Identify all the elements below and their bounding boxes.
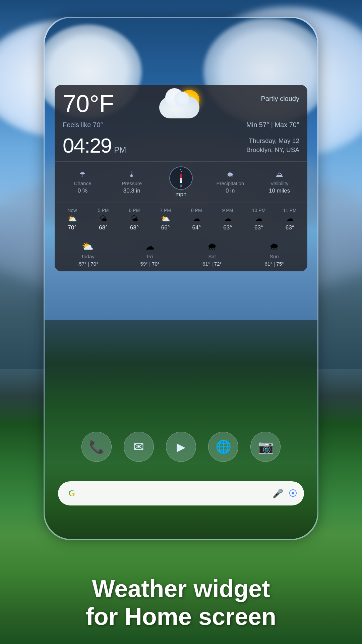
hour-weather-icon: ☁: [193, 214, 200, 223]
app-dock: 📞 ✉ ▶ 🌐 📷: [45, 432, 317, 462]
stat-chance: ☂ Chance 0 %: [58, 170, 107, 194]
hour-temp: 68°: [130, 224, 139, 231]
daily-item: ☁ Fri 59° | 70°: [122, 241, 178, 267]
hour-label: 10 PM: [252, 208, 265, 213]
microphone-icon[interactable]: 🎤: [273, 488, 283, 499]
day-temps: 61° | 72°: [202, 261, 222, 267]
feels-like-label: Feels like 70°: [63, 121, 103, 129]
pressure-icon: 🌡: [128, 170, 135, 179]
compass: N S 8: [169, 166, 193, 190]
hour-temp: 63°: [286, 224, 294, 231]
visibility-icon: ⛰: [276, 170, 283, 179]
day-label: Sat: [208, 254, 216, 259]
stat-pressure: 🌡 Pressure 30.3 in: [107, 170, 157, 194]
hour-weather-icon: 🌤: [131, 214, 138, 223]
hour-temp: 66°: [161, 224, 170, 231]
wind-unit: mph: [175, 191, 186, 198]
daily-item: ⛅ Today -57° | 70°: [60, 241, 116, 267]
stat-visibility: ⛰ Visibility 10 miles: [255, 170, 304, 194]
precipitation-icon: 🌧: [227, 170, 234, 179]
max-temp: Max 70°: [275, 121, 299, 128]
cloud-icon: [159, 97, 199, 118]
stat-precipitation: 🌧 Precipitation 0 in: [205, 170, 255, 194]
google-search-bar[interactable]: G 🎤 ⦿: [58, 481, 304, 505]
caption-line2: for Home screen: [27, 603, 335, 631]
pressure-value: 30.3 in: [123, 187, 140, 194]
hour-label: 5 PM: [98, 208, 109, 213]
hourly-item: 6 PM 🌤 68°: [120, 208, 149, 231]
hour-label: 9 PM: [222, 208, 233, 213]
chance-value: 0 %: [78, 187, 87, 194]
hourly-item: 11 PM ☁ 63°: [275, 208, 305, 231]
hour-weather-icon: ⛅: [161, 214, 170, 223]
day-weather-icon: ⛅: [82, 241, 94, 252]
weather-widget[interactable]: 70°F Partly cloudy Feels like 70° Min 57…: [55, 85, 307, 271]
phone-frame: 70°F Partly cloudy Feels like 70° Min 57…: [44, 17, 318, 540]
daily-item: 🌧 Sun 61° | 75°: [247, 241, 302, 267]
hour-label: Now: [67, 208, 77, 213]
day-weather-icon: 🌧: [207, 241, 217, 252]
weather-icon: [159, 88, 203, 118]
main-temperature: 70°F: [63, 92, 114, 116]
daily-forecast: ⛅ Today -57° | 70° ☁ Fri 59° | 70° 🌧 Sat…: [55, 236, 307, 271]
hourly-item: Now ⛅ 70°: [57, 208, 87, 231]
visibility-value: 10 miles: [269, 187, 290, 194]
daily-item: 🌧 Sat 61° | 72°: [184, 241, 240, 267]
dock-phone-icon[interactable]: 📞: [81, 432, 112, 462]
hour-temp: 63°: [223, 224, 232, 231]
date-display: Thursday, May 12: [246, 137, 299, 146]
hour-temp: 63°: [254, 224, 263, 231]
bottom-caption: Weather widget for Home screen: [0, 575, 362, 631]
min-temp: Min 57°: [246, 121, 269, 128]
dock-chrome-icon[interactable]: 🌐: [208, 432, 238, 462]
hour-temp: 68°: [99, 224, 108, 231]
condition-text: Partly cloudy: [261, 95, 300, 103]
chance-label: Chance: [74, 180, 92, 186]
umbrella-icon: ☂: [79, 170, 86, 179]
hour-label: 6 PM: [129, 208, 140, 213]
hour-weather-icon: ☁: [224, 214, 231, 223]
partly-cloudy-icon: [159, 88, 203, 118]
stats-row: ☂ Chance 0 % 🌡 Pressure 30.3 in N S: [55, 161, 307, 203]
hourly-scroll-container[interactable]: Now ⛅ 70° 5 PM 🌤 68° 6 PM 🌤 68° 7 PM ⛅ 6…: [57, 208, 305, 231]
phone-screen: 70°F Partly cloudy Feels like 70° Min 57…: [45, 18, 317, 539]
widget-top-section: 70°F Partly cloudy: [55, 85, 307, 121]
day-weather-icon: 🌧: [269, 241, 279, 252]
precipitation-value: 0 in: [226, 187, 235, 194]
hour-label: 8 PM: [191, 208, 202, 213]
weather-condition: Partly cloudy: [261, 92, 300, 103]
feels-like-row: Feels like 70° Min 57° | Max 70°: [55, 121, 307, 131]
hour-temp: 64°: [192, 224, 201, 231]
hour-label: 7 PM: [160, 208, 171, 213]
hourly-forecast: Now ⛅ 70° 5 PM 🌤 68° 6 PM 🌤 68° 7 PM ⛅ 6…: [55, 203, 307, 236]
day-label: Sun: [270, 254, 279, 259]
day-label: Fri: [147, 254, 153, 259]
google-lens-icon[interactable]: ⦿: [289, 488, 297, 499]
day-temps: 59° | 70°: [140, 261, 160, 267]
phone-landscape-bg: [45, 320, 317, 539]
dock-playstore-icon[interactable]: ▶: [166, 432, 196, 462]
wind-speed: 8: [180, 180, 182, 184]
caption-line1: Weather widget: [27, 575, 335, 603]
hour-weather-icon: ☁: [255, 214, 262, 223]
google-logo: G: [65, 486, 79, 500]
precipitation-label: Precipitation: [217, 180, 244, 186]
stat-wind: N S 8 mph: [157, 166, 206, 198]
hour-label: 11 PM: [283, 208, 296, 213]
time-display: 04:29 PM: [63, 133, 126, 157]
hour-weather-icon: 🌤: [100, 214, 107, 223]
location-info: Thursday, May 12 Brooklyn, NY, USA: [246, 137, 299, 154]
hourly-item: 8 PM ☁ 64°: [182, 208, 212, 231]
pressure-label: Pressure: [122, 180, 142, 186]
hourly-item: 5 PM 🌤 68°: [88, 208, 118, 231]
current-time: 04:29: [63, 133, 111, 157]
hourly-item: 9 PM ☁ 63°: [213, 208, 243, 231]
hourly-item: 10 PM ☁ 63°: [244, 208, 274, 231]
dock-camera-icon[interactable]: 📷: [250, 432, 281, 462]
hour-weather-icon: ⛅: [68, 214, 77, 223]
dock-messages-icon[interactable]: ✉: [124, 432, 154, 462]
day-temps: -57° | 70°: [77, 261, 98, 267]
day-weather-icon: ☁: [145, 241, 155, 252]
time-location-row: 04:29 PM Thursday, May 12 Brooklyn, NY, …: [55, 131, 307, 161]
day-label: Today: [81, 254, 95, 259]
